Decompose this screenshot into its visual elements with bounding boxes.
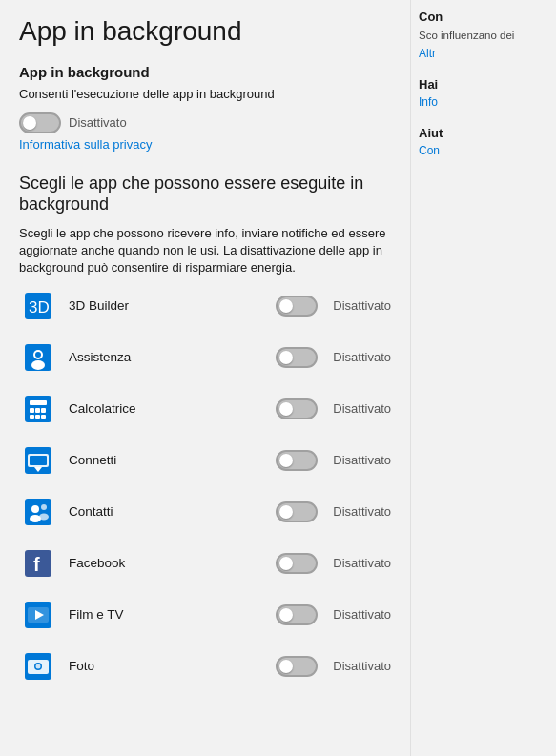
toggle-label-assistenza: Disattivato (333, 350, 391, 364)
side-section-1: Con Sco influenzano dei Altr (419, 10, 546, 60)
toggle-calcolatrice[interactable] (276, 398, 318, 419)
side-panel: Con Sco influenzano dei Altr Hai Info Ai… (410, 0, 556, 756)
section2-heading: Scegli le app che possono essere eseguit… (19, 173, 391, 215)
app-icon-foto (19, 647, 57, 685)
toggle-label-connetti: Disattivato (333, 453, 391, 467)
toggle-knob-foto (279, 660, 293, 673)
app-row: ContattiDisattivato (19, 493, 391, 531)
section1-desc: Consenti l'esecuzione delle app in backg… (19, 86, 391, 103)
app-toggle-wrap-foto: Disattivato (276, 656, 391, 677)
toggle-filmtv[interactable] (276, 604, 318, 625)
toggle-knob-3dbuilder (279, 299, 293, 313)
app-name-5: Facebook (69, 556, 276, 570)
toggle-connetti[interactable] (276, 450, 318, 471)
main-toggle-label: Disattivato (69, 115, 127, 130)
toggle-3dbuilder[interactable] (276, 296, 318, 317)
app-name-4: Contatti (69, 504, 276, 519)
side-link-1[interactable]: Altr (419, 47, 546, 60)
svg-point-31 (36, 664, 41, 668)
privacy-link[interactable]: Informativa sulla privacy (19, 137, 391, 152)
section2-desc: Scegli le app che possono ricevere info,… (19, 225, 391, 277)
app-container: App in background App in background Cons… (0, 0, 556, 756)
svg-point-21 (41, 504, 47, 510)
app-toggle-wrap-3dbuilder: Disattivato (276, 296, 391, 317)
app-name-2: Calcolatrice (69, 401, 276, 416)
toggle-knob-assistenza (279, 351, 293, 364)
app-icon-facebook: f (19, 544, 57, 582)
app-name-0: 3D Builder (69, 298, 276, 313)
svg-point-4 (31, 360, 45, 370)
app-icon-connetti (19, 441, 57, 480)
svg-rect-11 (30, 415, 34, 419)
svg-rect-10 (41, 408, 46, 413)
toggle-label-facebook: Disattivato (333, 556, 391, 570)
toggle-foto[interactable] (276, 656, 318, 677)
svg-rect-17 (30, 456, 47, 465)
page-title: App in background (19, 17, 391, 47)
side-label-1: Con (419, 10, 546, 24)
svg-rect-13 (41, 415, 46, 419)
toggle-label-3dbuilder: Disattivato (333, 298, 391, 313)
toggle-label-calcolatrice: Disattivato (333, 401, 391, 416)
app-icon-filmtv (19, 596, 57, 634)
svg-text:f: f (33, 554, 40, 575)
app-row: fFacebookDisattivato (19, 544, 391, 582)
toggle-knob-contatti (279, 505, 293, 519)
toggle-facebook[interactable] (276, 553, 318, 574)
svg-point-22 (39, 513, 49, 520)
main-toggle-knob (23, 116, 36, 130)
toggle-knob-connetti (279, 454, 293, 467)
toggle-contatti[interactable] (276, 501, 318, 522)
side-link-2[interactable]: Info (419, 95, 546, 109)
svg-rect-9 (35, 408, 40, 413)
side-link-3[interactable]: Con (419, 144, 546, 157)
app-icon-contatti (19, 493, 57, 531)
app-icon-assistenza (19, 338, 57, 377)
app-row: CalcolatriceDisattivato (19, 390, 391, 428)
app-toggle-wrap-facebook: Disattivato (276, 553, 391, 574)
side-label-3: Aiut (419, 126, 546, 140)
svg-point-19 (31, 505, 39, 513)
svg-point-5 (35, 352, 41, 358)
toggle-label-foto: Disattivato (333, 659, 391, 673)
app-row: FotoDisattivato (19, 647, 391, 685)
main-panel: App in background App in background Cons… (0, 0, 410, 756)
toggle-knob-calcolatrice (279, 402, 293, 416)
app-name-6: Film e TV (69, 607, 276, 622)
svg-rect-12 (35, 415, 40, 419)
side-text-1: Sco influenzano dei (419, 28, 546, 43)
app-icon-calcolatrice (19, 390, 57, 428)
svg-text:3D: 3D (29, 298, 50, 317)
app-toggle-wrap-calcolatrice: Disattivato (276, 398, 391, 419)
app-name-1: Assistenza (69, 350, 276, 364)
app-toggle-wrap-filmtv: Disattivato (276, 604, 391, 625)
app-toggle-wrap-assistenza: Disattivato (276, 347, 391, 368)
side-section-2: Hai Info (419, 77, 546, 109)
app-row: Film e TVDisattivato (19, 596, 391, 634)
toggle-knob-filmtv (279, 608, 293, 622)
main-toggle-row: Disattivato (19, 112, 391, 133)
app-name-3: Connetti (69, 453, 276, 467)
side-label-2: Hai (419, 77, 546, 92)
toggle-label-filmtv: Disattivato (333, 607, 391, 622)
app-row: ConnettiDisattivato (19, 441, 391, 480)
main-toggle[interactable] (19, 112, 61, 133)
app-list: 3D3D BuilderDisattivatoAssistenzaDisatti… (19, 287, 391, 685)
toggle-assistenza[interactable] (276, 347, 318, 368)
section1-heading: App in background (19, 64, 391, 80)
svg-rect-7 (30, 400, 47, 405)
toggle-label-contatti: Disattivato (333, 504, 391, 519)
side-section-3: Aiut Con (419, 126, 546, 157)
app-icon-3dbuilder: 3D (19, 287, 57, 325)
toggle-knob-facebook (279, 557, 293, 570)
svg-rect-8 (30, 408, 34, 413)
app-name-7: Foto (69, 659, 276, 673)
app-toggle-wrap-contatti: Disattivato (276, 501, 391, 522)
app-toggle-wrap-connetti: Disattivato (276, 450, 391, 471)
app-row: AssistenzaDisattivato (19, 338, 391, 377)
app-row: 3D3D BuilderDisattivato (19, 287, 391, 325)
